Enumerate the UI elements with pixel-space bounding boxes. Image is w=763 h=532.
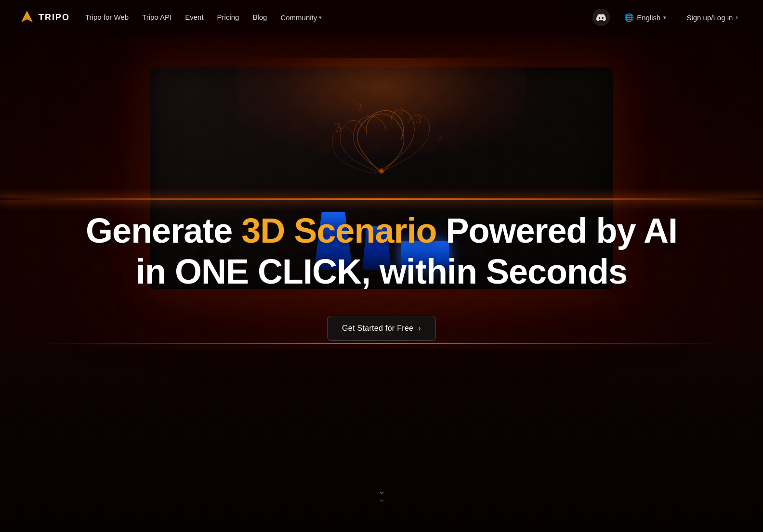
language-chevron-icon: ▾ <box>663 14 666 21</box>
sign-in-label: Sign up/Log in <box>686 13 733 22</box>
nav-item-pricing[interactable]: Pricing <box>217 13 239 22</box>
community-chevron-icon: ▾ <box>319 14 322 21</box>
language-label: English <box>637 13 660 22</box>
cta-label: Get Started for Free <box>342 324 413 333</box>
logo-icon <box>19 10 35 25</box>
scroll-chevron-2: ⌄ <box>378 493 386 503</box>
nav-item-event[interactable]: Event <box>185 13 203 22</box>
sign-in-button[interactable]: Sign up/Log in › <box>681 11 744 25</box>
nav-link-community[interactable]: Community ▾ <box>280 13 322 22</box>
navbar: TRIPO Tripo for Web Tripo API Event Pric… <box>0 0 763 35</box>
hero-section: 3 3 2 2 3 3 Generate 3D Scenario Powered… <box>0 0 763 532</box>
nav-link-event[interactable]: Event <box>185 13 203 21</box>
sign-in-arrow-icon: › <box>736 13 738 21</box>
nav-link-blog[interactable]: Blog <box>252 13 267 21</box>
hero-content: Generate 3D Scenario Powered by AI in ON… <box>0 0 763 532</box>
logo-link[interactable]: TRIPO <box>19 10 70 25</box>
nav-right: 🌐 English ▾ Sign up/Log in › <box>592 9 744 26</box>
language-selector[interactable]: 🌐 English ▾ <box>619 10 671 25</box>
community-label: Community <box>280 13 317 22</box>
headline-generate: Generate <box>86 211 241 250</box>
nav-item-community[interactable]: Community ▾ <box>280 13 322 22</box>
nav-left: TRIPO Tripo for Web Tripo API Event Pric… <box>19 10 322 25</box>
nav-item-blog[interactable]: Blog <box>252 13 267 22</box>
nav-link-tripo-api[interactable]: Tripo API <box>142 13 171 21</box>
cta-arrow-icon: › <box>418 324 421 333</box>
discord-icon <box>596 14 606 21</box>
cta-get-started-button[interactable]: Get Started for Free › <box>327 316 436 341</box>
discord-button[interactable] <box>592 9 610 26</box>
headline-powered-by-ai: Powered by AI <box>436 211 677 250</box>
globe-icon: 🌐 <box>624 13 634 22</box>
nav-item-tripo-api[interactable]: Tripo API <box>142 13 171 22</box>
headline-line-1: Generate 3D Scenario Powered by AI <box>86 210 677 251</box>
nav-link-tripo-for-web[interactable]: Tripo for Web <box>85 13 129 21</box>
headline-line-2: in ONE CLICK, within Seconds <box>86 251 677 292</box>
logo-text: TRIPO <box>39 13 70 23</box>
nav-link-pricing[interactable]: Pricing <box>217 13 239 21</box>
nav-item-tripo-for-web[interactable]: Tripo for Web <box>85 13 129 22</box>
hero-headline: Generate 3D Scenario Powered by AI in ON… <box>86 210 677 292</box>
nav-links: Tripo for Web Tripo API Event Pricing Bl… <box>85 13 322 22</box>
headline-3d-scenario: 3D Scenario <box>241 211 436 250</box>
scroll-indicator: ⌄ ⌄ <box>378 486 386 503</box>
